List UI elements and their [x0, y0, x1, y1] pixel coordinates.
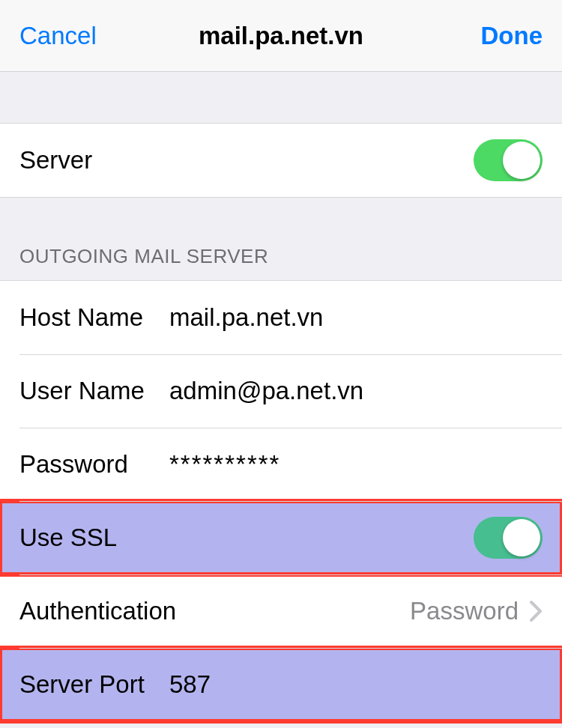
section-header-outgoing: OUTGOING MAIL SERVER	[0, 245, 288, 280]
server-toggle-label: Server	[19, 146, 474, 175]
toggle-knob	[503, 519, 540, 556]
password-label: Password	[19, 450, 169, 479]
authentication-row[interactable]: Authentication Password	[0, 574, 562, 648]
server-port-value[interactable]: 587	[169, 670, 543, 699]
user-name-row[interactable]: User Name admin@pa.net.vn	[0, 354, 562, 428]
spacer	[0, 72, 562, 123]
outgoing-mail-group: Host Name mail.pa.net.vn User Name admin…	[0, 280, 562, 722]
server-toggle-group: Server	[0, 123, 562, 198]
host-name-row[interactable]: Host Name mail.pa.net.vn	[0, 281, 562, 354]
use-ssl-row[interactable]: Use SSL	[0, 501, 562, 574]
use-ssl-label: Use SSL	[19, 524, 474, 552]
server-toggle-row[interactable]: Server	[0, 124, 562, 197]
use-ssl-toggle-switch[interactable]	[474, 517, 543, 559]
user-name-label: User Name	[19, 377, 169, 405]
authentication-value: Password	[214, 597, 519, 625]
server-port-row[interactable]: Server Port 587	[0, 648, 562, 721]
cancel-button[interactable]: Cancel	[19, 22, 109, 50]
user-name-value[interactable]: admin@pa.net.vn	[169, 377, 543, 405]
section-gap: OUTGOING MAIL SERVER	[0, 198, 562, 280]
password-row[interactable]: Password **********	[0, 428, 562, 501]
password-value[interactable]: **********	[169, 450, 543, 479]
nav-bar: Cancel mail.pa.net.vn Done	[0, 0, 562, 72]
toggle-knob	[503, 142, 540, 179]
server-toggle-switch[interactable]	[474, 139, 543, 181]
chevron-right-icon	[529, 600, 543, 622]
server-port-label: Server Port	[19, 670, 169, 699]
host-name-value[interactable]: mail.pa.net.vn	[169, 303, 543, 332]
host-name-label: Host Name	[19, 303, 169, 332]
authentication-label: Authentication	[19, 597, 214, 625]
page-title: mail.pa.net.vn	[109, 22, 453, 50]
done-button[interactable]: Done	[453, 22, 543, 50]
